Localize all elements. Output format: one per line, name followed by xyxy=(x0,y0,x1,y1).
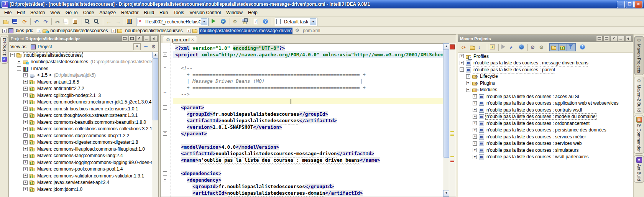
warning-mark[interactable] xyxy=(450,131,454,132)
scroll-up-arrow[interactable]: ▲ xyxy=(152,52,158,58)
breadcrumb-noubliepaslalistedescourses[interactable]: noubliepaslalistedescourses xyxy=(36,28,108,34)
breadcrumb-pom-xml[interactable]: pom.xml xyxy=(295,28,321,34)
code-line[interactable]: <artifactId>noubliepaslalistedescourses-… xyxy=(173,150,443,157)
menu-edit[interactable]: Edit xyxy=(14,9,28,16)
tree-item-profiles[interactable]: +Profiles xyxy=(458,53,633,60)
code-line[interactable]: <groupId>fr.noubliepaslalistedescourses<… xyxy=(173,183,443,190)
reimport-button[interactable]: ⟳ xyxy=(459,43,468,51)
expand-plus-icon[interactable] xyxy=(2,28,8,34)
tree-item-modules[interactable]: −Modules xyxy=(458,87,633,94)
expand-icon[interactable]: + xyxy=(23,174,28,178)
save-button[interactable] xyxy=(11,18,20,26)
tree-item-libraries[interactable]: −Libraries xyxy=(9,65,158,72)
tree-item-maven-cglib-cglib-nodep-2-1-3[interactable]: +Maven: cglib:cglib-nodep:2.1_3 xyxy=(9,92,158,99)
expand-icon[interactable]: + xyxy=(460,61,464,65)
maximize-window-button[interactable]: ❐ xyxy=(626,1,634,8)
menu-window[interactable]: Window xyxy=(223,9,245,16)
tab-pom-xml[interactable]: pom.xml ✕ xyxy=(163,36,197,43)
copy-button[interactable] xyxy=(62,18,71,26)
tree-item-lifecycle[interactable]: +Lifecycle xyxy=(458,73,633,80)
fold-end-icon[interactable]: ^ xyxy=(163,92,167,96)
project-structure-button[interactable] xyxy=(240,18,250,26)
maven-settings-button[interactable] xyxy=(538,43,547,51)
find-button[interactable] xyxy=(83,18,92,26)
stripe-button-maven-projects[interactable]: ⚙Maven Projects xyxy=(634,36,644,75)
cut-button[interactable]: ✂ xyxy=(53,18,62,26)
code-line[interactable] xyxy=(173,137,443,144)
menu-tools[interactable]: Tools xyxy=(171,9,187,16)
tree-item-maven-jdom-jdom-1-0[interactable]: +Maven: jdom:jdom:1.0 xyxy=(9,186,158,193)
tree-item-n-oublie-pas-la-liste-des-courses-application-web-et-webservices[interactable]: +n'oublie pas la liste des courses : app… xyxy=(458,100,633,107)
tree-item-maven-antlr-antlr-2-7-2[interactable]: +Maven: antlr:antlr:2.7.2 xyxy=(9,85,158,92)
table-view-button[interactable] xyxy=(125,18,135,26)
tree-item-maven-commons-logging-commons-logging-99-0-does-not-exist[interactable]: +Maven: commons-logging:commons-logging:… xyxy=(9,159,158,166)
expand-icon[interactable]: + xyxy=(473,94,477,98)
fold-collapse-icon[interactable]: − xyxy=(163,66,167,70)
expand-icon[interactable]: + xyxy=(460,54,464,58)
tree-item-n-oublie-pas-la-liste-des-courses-wsdl-partenaires[interactable]: +n'oublie pas la liste des courses : wsd… xyxy=(458,154,633,161)
expand-icon[interactable]: + xyxy=(23,113,28,118)
tree-item-n-oublie-pas-la-liste-des-courses-simulateurs[interactable]: +n'oublie pas la liste des courses : sim… xyxy=(458,147,633,154)
expand-icon[interactable]: + xyxy=(473,121,477,125)
code-line-current[interactable] xyxy=(173,98,443,104)
float-mode-button[interactable] xyxy=(596,36,603,41)
synchronize-button[interactable]: ⟳ xyxy=(20,18,29,26)
build-settings-button[interactable] xyxy=(529,43,538,51)
editor-body[interactable]: −−^−^−− <?xml version="1.0" encoding="UT… xyxy=(161,43,456,197)
expand-icon[interactable]: + xyxy=(473,141,477,146)
open-folder-button[interactable] xyxy=(2,18,11,26)
pin-button[interactable] xyxy=(611,36,617,41)
expand-icon[interactable]: + xyxy=(23,133,28,138)
project-tree-scrollbar[interactable]: ▲ xyxy=(152,52,158,197)
hide-panel-button[interactable] xyxy=(625,36,632,41)
expand-icon[interactable]: + xyxy=(23,93,28,97)
code-line[interactable]: | Message Driven Beans (MQ) | xyxy=(173,78,443,84)
tree-item-maven-commons-dbcp-commons-dbcp-1-2-2[interactable]: +Maven: commons-dbcp:commons-dbcp:1.2.2 xyxy=(9,132,158,139)
menu-help[interactable]: Help xyxy=(245,9,260,16)
combo-dropdown-arrow-icon[interactable]: ▼ xyxy=(201,18,207,25)
menu-version-control[interactable]: Version Control xyxy=(187,9,223,16)
scrollbar-thumb[interactable] xyxy=(153,58,158,120)
expand-icon[interactable]: + xyxy=(473,155,477,159)
breadcrumb-noubliepaslalistedescourses-message-driven[interactable]: noubliepaslalistedescourses-message-driv… xyxy=(186,28,292,34)
filter-button[interactable] xyxy=(567,43,576,51)
tree-item-n-oublie-pas-la-liste-des-courses-acc-s-au-si[interactable]: +n'oublie pas la liste des courses : acc… xyxy=(458,93,633,100)
tree-item-n-oublie-pas-la-liste-des-courses-message-driven-beans[interactable]: +n'oublie pas la liste des courses : mes… xyxy=(458,60,633,67)
code-line[interactable]: <dependency> xyxy=(173,177,443,183)
menu-go-to[interactable]: Go To xyxy=(63,9,80,16)
code-line[interactable]: <modelVersion>4.0.0</modelVersion> xyxy=(173,144,443,150)
minimize-window-button[interactable]: ─ xyxy=(617,1,625,8)
tree-item-maven-commons-fileupload-commons-fileupload-1-0[interactable]: +Maven: commons-fileupload:commons-fileu… xyxy=(9,146,158,153)
expand-icon[interactable]: + xyxy=(23,87,28,91)
stripe-button-ant-build[interactable]: ✱Ant Build xyxy=(634,155,644,183)
code-line[interactable]: <groupId>fr.noubliepaslalistedescourses<… xyxy=(173,111,443,117)
inspect-code-button[interactable] xyxy=(252,18,261,26)
expand-icon[interactable]: + xyxy=(23,80,28,84)
scroll-from-source-button[interactable] xyxy=(129,36,135,41)
hide-panel-button[interactable] xyxy=(151,36,157,41)
code-area[interactable]: <?xml version="1.0" encoding="UTF-8"?><p… xyxy=(173,43,443,197)
tree-item-maven-commons-validator-commons-validator-1-3-1[interactable]: +Maven: commons-validator:commons-valida… xyxy=(9,172,158,179)
expand-icon[interactable]: + xyxy=(23,120,28,124)
code-line[interactable]: <version>1.0.1-SNAPSHOT</version> xyxy=(173,124,443,130)
code-line[interactable]: <!-- xyxy=(173,65,443,71)
close-window-button[interactable]: ✕ xyxy=(634,1,642,8)
code-line[interactable] xyxy=(173,58,443,64)
expand-icon[interactable]: + xyxy=(473,148,477,152)
expand-icon[interactable]: + xyxy=(23,107,28,111)
expand-icon[interactable]: + xyxy=(23,154,28,158)
breadcrumb-noubliepaslalistedescourses[interactable]: noubliepaslalistedescourses xyxy=(111,28,183,34)
editor-scrollbar[interactable]: ▲ ▼ xyxy=(443,43,449,197)
menu-analyze[interactable]: Analyze xyxy=(97,9,118,16)
fold-collapse-icon[interactable]: − xyxy=(163,178,167,182)
task-combo[interactable]: Default task▼ xyxy=(275,18,317,26)
fold-collapse-icon[interactable]: − xyxy=(163,105,167,110)
expand-icon[interactable]: + xyxy=(23,73,28,77)
replace-button[interactable] xyxy=(92,18,102,26)
code-line[interactable]: <name>n'oublie pas la liste des courses … xyxy=(173,157,443,163)
pin-button[interactable] xyxy=(136,36,143,41)
tree-item-noubliepaslalistedescourses[interactable]: +noubliepaslalistedescourses(D:\projets\… xyxy=(9,59,158,66)
breadcrumb-bios-pdc[interactable]: bios-pdc xyxy=(2,28,34,34)
minimize-panel-button[interactable] xyxy=(618,36,624,41)
tree-item-maven-commons-digester-commons-digester-1-8[interactable]: +Maven: commons-digester:commons-digeste… xyxy=(9,139,158,146)
